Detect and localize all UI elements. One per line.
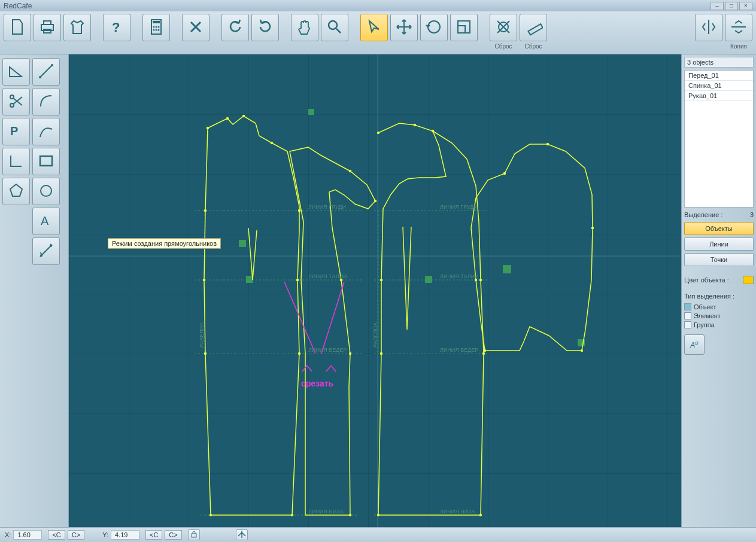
tooltip: Режим создания прямоугольников — [108, 238, 221, 249]
svg-point-68 — [380, 352, 382, 355]
circle-icon — [37, 182, 55, 201]
svg-point-69 — [377, 514, 379, 516]
check-element[interactable] — [684, 312, 691, 319]
reset2-label: Сброс — [524, 43, 542, 50]
calculator-icon — [147, 17, 166, 38]
garment-button[interactable] — [63, 14, 91, 41]
mirror-v-button[interactable] — [695, 14, 722, 41]
scale-button[interactable] — [450, 14, 478, 41]
minimize-button[interactable]: – — [711, 2, 724, 10]
right-panel: 3 objects Перед_01 Спинка_01 Рукав_01 Вы… — [681, 54, 756, 527]
corner-tool[interactable] — [2, 148, 30, 175]
point-tool[interactable]: P — [2, 118, 30, 145]
mirror-h-button[interactable]: Копия — [725, 14, 752, 41]
tab-lines[interactable]: Линии — [684, 237, 754, 251]
line-tool[interactable] — [32, 58, 60, 86]
scissors-icon — [7, 92, 25, 111]
svg-text:P: P — [10, 124, 18, 138]
svg-point-49 — [242, 115, 245, 117]
circle-tool[interactable] — [32, 178, 60, 205]
redo-button[interactable] — [251, 14, 279, 41]
svg-point-11 — [158, 29, 160, 31]
text-icon: A — [37, 212, 55, 231]
rotate-button[interactable] — [420, 14, 448, 41]
check-object[interactable] — [684, 303, 691, 310]
svg-point-9 — [153, 29, 155, 31]
undo-button[interactable] — [221, 14, 249, 41]
lock-button[interactable] — [188, 529, 200, 540]
svg-point-17 — [39, 76, 41, 78]
objects-count: 3 objects — [684, 57, 754, 68]
file-icon — [8, 17, 27, 38]
svg-rect-28 — [69, 54, 679, 527]
zoom-button[interactable] — [321, 14, 348, 41]
main-toolbar: ? Сброс Сброс Копия — [0, 11, 756, 54]
svg-rect-13 — [458, 21, 470, 33]
objects-list[interactable]: Перед_01 Спинка_01 Рукав_01 — [684, 70, 754, 208]
dimension-tool[interactable] — [32, 237, 60, 265]
check-group[interactable] — [684, 321, 691, 328]
check-element-label: Элемент — [694, 312, 721, 319]
snap-icon — [238, 530, 246, 540]
svg-point-18 — [51, 64, 53, 66]
close-button[interactable]: × — [739, 2, 752, 10]
tab-objects[interactable]: Объекты — [684, 222, 754, 235]
new-file-button[interactable] — [4, 14, 31, 41]
y-increase[interactable]: C> — [165, 530, 181, 540]
list-item[interactable]: Перед_01 — [685, 71, 753, 81]
calculator-button[interactable] — [142, 14, 170, 41]
curve-icon — [37, 122, 55, 141]
curve-tool[interactable] — [32, 118, 60, 145]
tab-points[interactable]: Точки — [684, 253, 754, 266]
delete-icon — [186, 17, 205, 38]
reset2-button[interactable]: Сброс — [520, 14, 547, 41]
y-value: 4.19 — [111, 530, 139, 540]
cut-tool[interactable] — [2, 88, 30, 115]
x-increase[interactable]: C> — [68, 530, 84, 540]
print-icon — [38, 17, 57, 38]
app-title: RedCafe — [4, 2, 32, 10]
list-item[interactable]: Спинка_01 — [685, 81, 753, 91]
svg-point-56 — [296, 279, 299, 281]
svg-point-75 — [591, 227, 594, 229]
svg-point-66 — [432, 130, 434, 132]
label-chest-2: ЛИНИЯ ГРУДИ — [440, 204, 478, 210]
svg-point-8 — [158, 26, 160, 28]
arc-tool[interactable] — [32, 88, 60, 115]
print-button[interactable] — [34, 14, 61, 41]
svg-rect-44 — [425, 276, 432, 283]
color-swatch[interactable] — [743, 276, 754, 284]
shape-tool[interactable] — [2, 178, 30, 205]
snap-button[interactable] — [236, 529, 248, 540]
rectangle-icon — [37, 152, 55, 171]
y-decrease[interactable]: <C — [145, 530, 162, 540]
help-button[interactable]: ? — [103, 14, 130, 41]
mirror-v-icon — [699, 17, 718, 38]
y-label: Y: — [102, 531, 108, 538]
delete-button[interactable] — [182, 14, 210, 41]
svg-point-63 — [349, 514, 351, 516]
maximize-button[interactable]: □ — [725, 2, 738, 10]
undo-icon — [226, 17, 245, 38]
text-label-tool[interactable]: AB — [684, 334, 705, 355]
move-button[interactable] — [390, 14, 418, 41]
svg-text:A: A — [41, 214, 49, 227]
text-tool[interactable]: A — [32, 208, 60, 235]
label-waist-2: ЛИНИЯ ТАЛИИ — [440, 273, 479, 279]
svg-point-53 — [204, 352, 207, 355]
scale-icon — [454, 17, 473, 38]
svg-rect-14 — [458, 26, 465, 33]
svg-point-58 — [291, 514, 293, 516]
reset-icon — [494, 17, 513, 38]
label-hip-1: ЛИНИЯ БЕДЕР — [308, 347, 347, 353]
x-decrease[interactable]: <C — [48, 530, 65, 540]
reset1-button[interactable]: Сброс — [490, 14, 517, 41]
rectangle-tool[interactable] — [32, 148, 60, 175]
pan-button[interactable] — [291, 14, 318, 41]
list-item[interactable]: Рукав_01 — [685, 91, 753, 101]
angle-tool[interactable] — [2, 58, 30, 86]
drawing-canvas[interactable]: ЛИНИЯ ГРУДИ ЛИНИЯ ГРУДИ ЛИНИЯ ТАЛИИ ЛИНИ… — [69, 54, 681, 527]
cursor-icon — [365, 17, 384, 38]
select-button[interactable] — [360, 14, 388, 41]
check-object-label: Объект — [694, 303, 716, 310]
